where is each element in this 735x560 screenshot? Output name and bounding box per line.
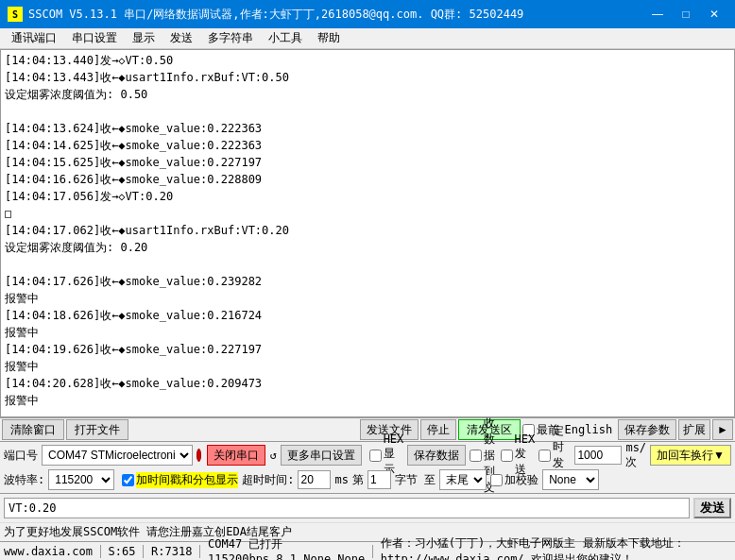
send-input[interactable] <box>4 498 690 518</box>
maximize-button[interactable]: □ <box>673 5 699 24</box>
return-button[interactable]: 加回车换行▼ <box>650 445 731 466</box>
toolbar-row: 清除窗口 打开文件 发送文件 停止 清发送区 最前 English 保存参数 扩… <box>0 417 735 442</box>
byte-label: 字节 至 <box>395 472 436 488</box>
recv-to-file-checkbox[interactable] <box>470 450 482 462</box>
log-line: 报警中 <box>5 324 730 341</box>
save-params-button[interactable]: 保存参数 <box>618 419 676 440</box>
log-line: [14:04:17.056]发→◇VT:0.20 <box>5 188 730 205</box>
menu-item-小工具[interactable]: 小工具 <box>261 28 310 48</box>
main-area: [14:04:13.440]发→◇VT:0.50[14:04:13.443]收←… <box>0 49 735 560</box>
end-select[interactable]: 末尾 <box>439 469 487 490</box>
expand-arrow-button[interactable]: ► <box>712 419 733 440</box>
open-file-button[interactable]: 打开文件 <box>66 419 128 440</box>
page-label: 第 <box>352 472 364 488</box>
timestamp-label: 加时间戳和分包显示 <box>136 472 238 488</box>
log-area[interactable]: [14:04:13.440]发→◇VT:0.50[14:04:13.443]收←… <box>0 49 735 417</box>
baud-label: 波特率: <box>4 472 44 488</box>
log-line: [14:04:13.440]发→◇VT:0.50 <box>5 52 730 69</box>
port-select[interactable]: COM47 STMicroelectronics S <box>42 445 193 466</box>
log-line: 报警中 <box>5 392 730 409</box>
status-r: R:7318 <box>151 545 192 558</box>
log-line: [14:04:13.624]收←◆smoke_value:0.222363 <box>5 120 730 137</box>
log-line <box>5 256 730 273</box>
refresh-icon[interactable]: ↺ <box>269 448 276 463</box>
log-line: [14:04:15.625]收←◆smoke_value:0.227197 <box>5 154 730 171</box>
timeout-unit-label: ms <box>334 473 348 486</box>
menu-item-多字符串[interactable]: 多字符串 <box>200 28 261 48</box>
title-left: S SSCOM V5.13.1 串口/网络数据调试器,作者:大虾丁丁,26180… <box>8 7 523 23</box>
port-status-icon <box>197 449 201 462</box>
log-line: [14:04:17.062]收←◆usart1Info.rxBuf:VT:0.2… <box>5 222 730 239</box>
menu-bar: 通讯端口串口设置显示发送多字符串小工具帮助 <box>0 28 735 49</box>
status-bar: www.daxia.com S:65 R:7318 COM47 已打开 1152… <box>0 541 735 560</box>
send-row: 发送 <box>0 494 735 522</box>
log-line: [14:04:20.628]收←◆smoke_value:0.209473 <box>5 375 730 392</box>
status-author: 作者：习小猛(丁丁)，大虾电子网版主 最新版本下载地址：http://www.d… <box>381 535 731 561</box>
log-line: 报警中 <box>5 358 730 375</box>
title-text: SSCOM V5.13.1 串口/网络数据调试器,作者:大虾丁丁,2618058… <box>28 7 523 23</box>
menu-item-通讯端口[interactable]: 通讯端口 <box>4 28 64 48</box>
log-line: 报警中 <box>5 290 730 307</box>
title-controls: — □ ✕ <box>644 5 727 24</box>
menu-item-串口设置[interactable]: 串口设置 <box>64 28 125 48</box>
stop-button[interactable]: 停止 <box>420 419 456 440</box>
port-label: 端口号 <box>4 448 38 464</box>
menu-item-帮助[interactable]: 帮助 <box>310 28 348 48</box>
minimize-button[interactable]: — <box>644 5 671 24</box>
title-bar: S SSCOM V5.13.1 串口/网络数据调试器,作者:大虾丁丁,26180… <box>0 0 735 28</box>
clear-window-button[interactable]: 清除窗口 <box>2 419 64 440</box>
checksum-select[interactable]: None <box>542 469 599 490</box>
send-button[interactable]: 发送 <box>693 498 731 518</box>
ctrl-row2: 波特率: 115200 加时间戳和分包显示 超时时间: ms 第 字节 至 末尾… <box>4 468 731 491</box>
timed-send-checkbox[interactable] <box>538 450 551 462</box>
timed-unit-label: ms/次 <box>625 441 646 470</box>
menu-item-显示[interactable]: 显示 <box>125 28 162 48</box>
close-button[interactable]: ✕ <box>701 5 727 24</box>
app-icon: S <box>8 7 23 22</box>
timed-value-input[interactable] <box>574 446 622 465</box>
log-line <box>5 103 730 120</box>
log-line: [14:04:17.626]收←◆smoke_value:0.239282 <box>5 273 730 290</box>
log-line: 设定烟雾浓度阈值为: 0.20 <box>5 239 730 256</box>
baud-select[interactable]: 115200 <box>48 469 114 490</box>
log-line: 设定烟雾浓度阈值为: 0.50 <box>5 86 730 103</box>
log-line: [14:04:16.626]收←◆smoke_value:0.228809 <box>5 171 730 188</box>
log-line: [14:04:13.443]收←◆usart1Info.rxBuf:VT:0.5… <box>5 69 730 86</box>
log-line: [14:04:19.626]收←◆smoke_value:0.227197 <box>5 341 730 358</box>
log-line: □ <box>5 205 730 222</box>
status-port-info: COM47 已打开 115200bps,8,1,None,None <box>208 536 365 560</box>
log-line: [14:04:18.626]收←◆smoke_value:0.216724 <box>5 307 730 324</box>
checksum-label: 加校验 <box>504 472 538 488</box>
hex-display-checkbox[interactable] <box>369 450 382 462</box>
ctrl-row1: 端口号 COM47 STMicroelectronics S 关闭串口 ↺ 更多… <box>4 444 731 467</box>
checksum-checkbox[interactable] <box>490 474 503 486</box>
control-panel: 端口号 COM47 STMicroelectronics S 关闭串口 ↺ 更多… <box>0 442 735 494</box>
save-data-button[interactable]: 保存数据 <box>407 445 466 466</box>
menu-item-发送[interactable]: 发送 <box>162 28 200 48</box>
status-website: www.daxia.com <box>4 545 93 558</box>
expand-button[interactable]: 扩展 <box>678 419 710 440</box>
more-settings-button[interactable]: 更多串口设置 <box>281 445 362 466</box>
hex-send-checkbox[interactable] <box>501 450 513 462</box>
timeout-input[interactable] <box>298 470 331 489</box>
timestamp-checkbox[interactable] <box>122 474 134 486</box>
page-input[interactable] <box>368 470 391 489</box>
timeout-label: 超时时间: <box>242 472 294 488</box>
open-port-button[interactable]: 关闭串口 <box>207 445 265 466</box>
status-s: S:65 <box>109 545 136 558</box>
log-line: [14:04:14.625]收←◆smoke_value:0.222363 <box>5 137 730 154</box>
